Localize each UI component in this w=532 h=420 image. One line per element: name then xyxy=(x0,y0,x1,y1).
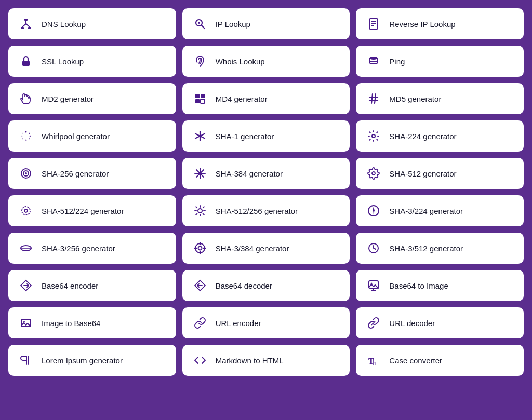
card-label-sha256-generator: SHA-256 generator xyxy=(42,169,109,178)
card-label-case-converter: Case converter xyxy=(389,356,442,365)
card-label-url-encoder: URL encoder xyxy=(216,319,261,328)
svg-point-38 xyxy=(25,172,27,174)
card-label-sha3-256-generator: SHA-3/256 generator xyxy=(42,244,115,253)
svg-rect-16 xyxy=(195,94,200,98)
svg-point-44 xyxy=(372,172,375,175)
card-label-md2-generator: MD2 generator xyxy=(42,94,94,103)
card-whois-lookup[interactable]: Whois Lookup xyxy=(182,46,350,77)
card-md5-generator[interactable]: MD5 generator xyxy=(356,83,524,114)
svg-point-54 xyxy=(198,247,202,250)
card-sha224-generator[interactable]: SHA-224 generator xyxy=(356,120,524,152)
database-icon xyxy=(366,55,381,67)
svg-point-6 xyxy=(25,23,27,25)
svg-point-31 xyxy=(22,133,23,134)
tool-grid: DNS Lookup IP Lookup Reverse IP Lookup S… xyxy=(8,8,524,376)
svg-point-46 xyxy=(22,207,30,215)
card-case-converter[interactable]: TT Case converter xyxy=(356,345,524,376)
svg-point-65 xyxy=(23,321,25,323)
svg-point-28 xyxy=(25,140,27,141)
svg-point-35 xyxy=(372,134,375,138)
card-label-whirlpool-generator: Whirlpool generator xyxy=(42,132,110,141)
svg-point-15 xyxy=(369,57,378,60)
card-sha384-generator[interactable]: SHA-384 generator xyxy=(182,158,350,189)
svg-point-30 xyxy=(21,136,23,137)
diamond-arrows2-icon xyxy=(193,279,207,292)
lock-icon xyxy=(19,55,33,67)
card-md4-generator[interactable]: MD4 generator xyxy=(182,83,350,114)
card-sha512-generator[interactable]: SHA-512 generator xyxy=(356,158,524,189)
card-lorem-ipsum[interactable]: Lorem Ipsum generator xyxy=(8,345,176,376)
card-reverse-ip-lookup[interactable]: Reverse IP Lookup xyxy=(356,8,524,39)
card-label-sha3-224-generator: SHA-3/224 generator xyxy=(389,207,463,215)
svg-rect-2 xyxy=(28,27,31,29)
hand-icon xyxy=(19,92,33,105)
card-label-base64-to-image: Base64 to Image xyxy=(389,281,448,290)
card-image-to-base64[interactable]: Image to Base64 xyxy=(8,307,176,338)
card-base64-encoder[interactable]: Base64 encoder xyxy=(8,270,176,301)
card-url-encoder[interactable]: URL encoder xyxy=(182,307,350,338)
svg-rect-19 xyxy=(201,99,205,103)
card-sha512-256-generator[interactable]: SHA-512/256 generator xyxy=(182,195,350,226)
svg-point-24 xyxy=(25,131,27,133)
circle-arrow-icon xyxy=(366,242,381,254)
card-label-url-decoder: URL decoder xyxy=(389,319,435,328)
text-size-icon: TT xyxy=(366,354,381,367)
card-sha3-384-generator[interactable]: SHA-3/384 generator xyxy=(182,233,350,264)
card-sha3-256-generator[interactable]: SHA-3/256 generator xyxy=(8,233,176,264)
search-circle-icon xyxy=(193,18,207,30)
card-label-sha512-256-generator: SHA-512/256 generator xyxy=(216,207,298,215)
gear-cog-icon xyxy=(193,205,207,217)
card-dns-lookup[interactable]: DNS Lookup xyxy=(8,8,176,39)
card-sha3-512-generator[interactable]: SHA-3/512 generator xyxy=(356,233,524,264)
paragraph-icon xyxy=(19,354,33,367)
card-sha512-224-generator[interactable]: SHA-512/224 generator xyxy=(8,195,176,226)
svg-line-22 xyxy=(371,94,373,103)
gear-icon xyxy=(366,130,381,142)
card-sha1-generator[interactable]: SHA-1 generator xyxy=(182,120,350,152)
svg-point-26 xyxy=(30,136,31,137)
svg-rect-0 xyxy=(24,19,28,21)
spinner-icon xyxy=(19,130,33,142)
card-label-ip-lookup: IP Lookup xyxy=(216,20,250,29)
card-base64-to-image[interactable]: Base64 to Image xyxy=(356,270,524,301)
card-label-md4-generator: MD4 generator xyxy=(216,94,268,103)
card-label-sha512-generator: SHA-512 generator xyxy=(389,169,456,178)
card-label-sha3-384-generator: SHA-3/384 generator xyxy=(216,244,289,253)
card-label-image-to-base64: Image to Base64 xyxy=(42,319,100,328)
svg-point-29 xyxy=(22,138,23,140)
link2-icon xyxy=(366,317,381,329)
card-whirlpool-generator[interactable]: Whirlpool generator xyxy=(8,120,176,152)
diamond-arrows-icon xyxy=(19,279,33,292)
image-icon xyxy=(366,279,381,292)
network-icon xyxy=(19,18,33,30)
card-label-whois-lookup: Whois Lookup xyxy=(216,57,265,66)
card-url-decoder[interactable]: URL decoder xyxy=(356,307,524,338)
svg-point-27 xyxy=(29,138,30,140)
document-list-icon xyxy=(366,18,381,30)
svg-marker-50 xyxy=(373,210,375,215)
card-markdown-to-html[interactable]: Markdown to HTML xyxy=(182,345,350,376)
svg-point-43 xyxy=(199,172,201,174)
square-split-icon xyxy=(193,92,207,105)
card-ping[interactable]: Ping xyxy=(356,46,524,77)
card-base64-decoder[interactable]: Base64 decoder xyxy=(182,270,350,301)
card-sha256-generator[interactable]: SHA-256 generator xyxy=(8,158,176,189)
card-label-sha384-generator: SHA-384 generator xyxy=(216,169,283,178)
card-sha3-224-generator[interactable]: SHA-3/224 generator xyxy=(356,195,524,226)
gear-ring-icon xyxy=(19,205,33,217)
svg-text:T: T xyxy=(374,361,377,367)
target-icon xyxy=(19,167,33,180)
svg-rect-17 xyxy=(201,94,205,98)
svg-line-23 xyxy=(375,94,376,103)
card-label-sha512-224-generator: SHA-512/224 generator xyxy=(42,207,124,215)
card-ssl-lookup[interactable]: SSL Lookup xyxy=(8,46,176,77)
card-label-base64-decoder: Base64 decoder xyxy=(216,281,272,290)
snowflake-icon xyxy=(193,167,207,180)
card-ip-lookup[interactable]: IP Lookup xyxy=(182,8,350,39)
card-label-lorem-ipsum: Lorem Ipsum generator xyxy=(42,356,123,365)
card-label-sha3-512-generator: SHA-3/512 generator xyxy=(389,244,463,253)
card-md2-generator[interactable]: MD2 generator xyxy=(8,83,176,114)
image2-icon xyxy=(19,317,33,329)
card-label-base64-encoder: Base64 encoder xyxy=(42,281,98,290)
svg-point-8 xyxy=(198,22,200,24)
